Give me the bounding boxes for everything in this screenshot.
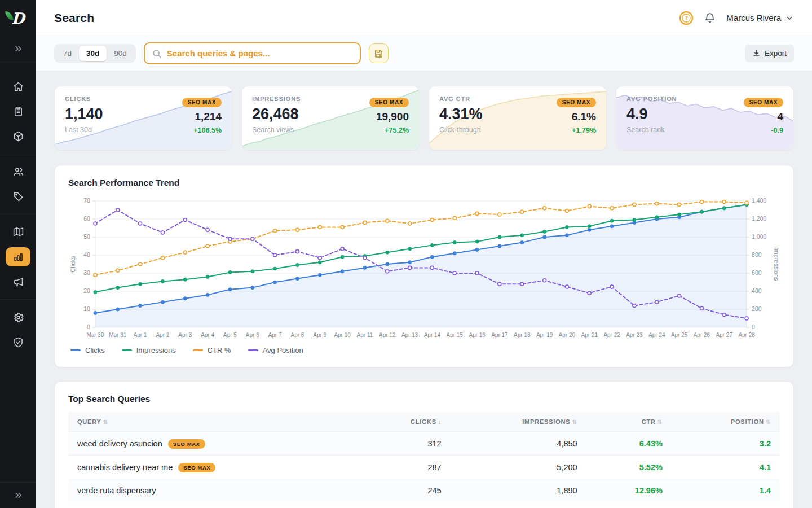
data-point[interactable] <box>139 282 142 286</box>
sidebar-item-home[interactable] <box>6 77 30 96</box>
data-point[interactable] <box>386 270 389 273</box>
data-point[interactable] <box>633 203 636 206</box>
data-point[interactable] <box>341 247 344 251</box>
data-point[interactable] <box>520 241 524 244</box>
data-point[interactable] <box>655 216 659 219</box>
sidebar-item-customers[interactable] <box>6 162 30 181</box>
data-point[interactable] <box>363 266 367 269</box>
data-point[interactable] <box>318 261 321 264</box>
data-point[interactable] <box>498 213 501 216</box>
data-point[interactable] <box>341 255 344 259</box>
data-point[interactable] <box>94 273 97 277</box>
data-point[interactable] <box>161 256 164 260</box>
data-point[interactable] <box>228 270 232 274</box>
range-button-7d[interactable]: 7d <box>56 46 79 61</box>
stat-card-avg-ctr[interactable]: AVG CTR4.31%Click-throughSEO MAX6.1%+1.7… <box>429 86 607 150</box>
sidebar-item-tags[interactable] <box>6 187 30 206</box>
data-point[interactable] <box>228 288 232 291</box>
data-point[interactable] <box>94 311 97 314</box>
data-point[interactable] <box>161 300 164 304</box>
help-button[interactable]: ? <box>679 11 694 25</box>
data-point[interactable] <box>206 228 209 231</box>
data-point[interactable] <box>498 244 501 248</box>
data-point[interactable] <box>722 207 726 210</box>
data-point[interactable] <box>588 225 591 228</box>
export-button[interactable]: Export <box>745 45 794 62</box>
data-point[interactable] <box>498 235 501 239</box>
user-menu[interactable]: Marcus Rivera <box>726 13 794 23</box>
data-point[interactable] <box>183 297 187 300</box>
data-point[interactable] <box>273 281 277 284</box>
data-point[interactable] <box>295 250 299 253</box>
data-point[interactable] <box>273 229 277 233</box>
data-point[interactable] <box>498 282 501 286</box>
data-point[interactable] <box>206 275 209 278</box>
data-point[interactable] <box>453 216 456 220</box>
data-point[interactable] <box>430 255 434 259</box>
data-point[interactable] <box>543 279 546 282</box>
data-point[interactable] <box>183 251 187 254</box>
data-point[interactable] <box>116 269 120 272</box>
data-point[interactable] <box>386 262 389 266</box>
sidebar-item-products[interactable] <box>6 126 30 146</box>
data-point[interactable] <box>408 261 412 264</box>
data-point[interactable] <box>341 225 344 229</box>
data-point[interactable] <box>565 209 568 213</box>
sidebar-item-security[interactable] <box>6 332 30 352</box>
data-point[interactable] <box>251 286 254 290</box>
sidebar-item-settings[interactable] <box>6 308 30 327</box>
data-point[interactable] <box>520 210 524 213</box>
sidebar-expand-toggle-bottom[interactable] <box>0 482 36 508</box>
data-point[interactable] <box>363 256 367 260</box>
data-point[interactable] <box>700 200 703 204</box>
data-point[interactable] <box>161 231 164 234</box>
data-point[interactable] <box>430 266 434 269</box>
data-point[interactable] <box>161 279 164 283</box>
data-point[interactable] <box>386 219 389 222</box>
data-point[interactable] <box>408 247 412 251</box>
sidebar-item-library[interactable] <box>6 222 30 242</box>
data-point[interactable] <box>94 222 97 225</box>
notifications-button[interactable] <box>704 12 716 24</box>
data-point[interactable] <box>363 221 367 224</box>
data-point[interactable] <box>588 228 591 231</box>
data-point[interactable] <box>655 202 659 205</box>
data-point[interactable] <box>543 230 546 233</box>
column-header-clicks[interactable]: CLICKS↓ <box>359 412 450 432</box>
data-point[interactable] <box>475 248 479 251</box>
data-point[interactable] <box>139 262 142 266</box>
data-point[interactable] <box>251 237 254 240</box>
data-point[interactable] <box>565 234 568 237</box>
data-point[interactable] <box>228 237 232 240</box>
table-row[interactable]: weed delivery asuncionSEO MAX3124,8506.4… <box>68 432 780 456</box>
legend-item-ctr-[interactable]: CTR % <box>193 346 231 354</box>
table-row[interactable]: cannabis delivery near meSEO MAX2875,200… <box>68 456 780 479</box>
column-header-ctr[interactable]: CTR⇅ <box>586 412 672 432</box>
column-header-position[interactable]: POSITION⇅ <box>672 412 780 432</box>
data-point[interactable] <box>206 244 209 248</box>
stat-card-avg-position[interactable]: AVG POSITION4.9Search rankSEO MAX4-0.9 <box>616 86 794 150</box>
data-point[interactable] <box>565 285 568 288</box>
data-point[interactable] <box>116 208 120 212</box>
data-point[interactable] <box>475 212 479 215</box>
data-point[interactable] <box>430 218 434 222</box>
data-point[interactable] <box>722 200 726 204</box>
range-button-90d[interactable]: 90d <box>107 46 134 61</box>
range-button-30d[interactable]: 30d <box>79 46 107 61</box>
data-point[interactable] <box>475 271 479 275</box>
data-point[interactable] <box>295 264 299 267</box>
data-point[interactable] <box>520 234 524 237</box>
data-point[interactable] <box>678 203 681 206</box>
data-point[interactable] <box>700 210 703 213</box>
legend-item-clicks[interactable]: Clicks <box>70 346 105 354</box>
data-point[interactable] <box>678 213 681 216</box>
data-point[interactable] <box>318 273 321 277</box>
data-point[interactable] <box>139 222 142 225</box>
legend-item-impressions[interactable]: Impressions <box>122 346 176 354</box>
data-point[interactable] <box>183 278 187 281</box>
data-point[interactable] <box>745 317 748 320</box>
data-point[interactable] <box>520 282 524 286</box>
data-point[interactable] <box>453 252 456 255</box>
data-point[interactable] <box>588 291 591 295</box>
data-point[interactable] <box>251 270 254 273</box>
